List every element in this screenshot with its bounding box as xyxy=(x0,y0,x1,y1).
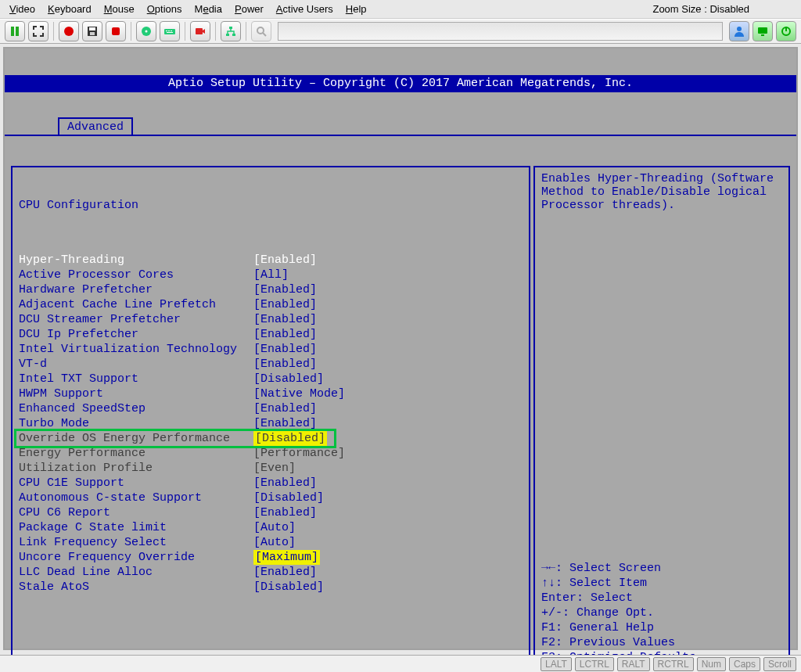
bios-row[interactable]: LLC Dead Line Alloc[Enabled] xyxy=(19,565,523,580)
bios-help-text: Enables Hyper-Threading (Software Method… xyxy=(541,172,782,212)
bios-right-panel: Enables Hyper-Threading (Software Method… xyxy=(533,166,790,672)
bios-row-value: [Disabled] xyxy=(253,372,523,386)
svg-rect-5 xyxy=(90,32,95,35)
menu-mouse[interactable]: Mouse xyxy=(99,2,139,16)
bios-row-label: CPU C6 Report xyxy=(19,505,253,520)
key-help-line: +/-: Change Opt. xyxy=(541,606,782,620)
search-input[interactable] xyxy=(278,22,723,41)
tab-advanced[interactable]: Advanced xyxy=(58,117,133,135)
svg-rect-15 xyxy=(229,27,232,29)
key-help-line: ↑↓: Select Item xyxy=(541,576,782,591)
bios-row[interactable]: CPU C1E Support[Enabled] xyxy=(19,476,523,491)
stop-icon[interactable] xyxy=(106,21,126,41)
panel-heading: CPU Configuration xyxy=(19,199,523,212)
bios-row[interactable]: DCU Ip Prefetcher[Enabled] xyxy=(19,327,523,342)
bios-row[interactable]: HWPM Support[Native Mode] xyxy=(19,386,523,401)
menu-help[interactable]: Help xyxy=(341,2,372,16)
svg-rect-12 xyxy=(171,31,172,31)
bios-row-value: [Enabled] xyxy=(253,253,523,268)
bios-row[interactable]: VT-d[Enabled] xyxy=(19,357,523,372)
bios-row[interactable]: Intel Virtualization Technology[Enabled] xyxy=(19,342,523,357)
svg-rect-10 xyxy=(166,31,167,31)
status-chip: LCTRL xyxy=(575,657,614,671)
bios-row-value: [Enabled] xyxy=(253,505,523,520)
bios-row-label: Autonomous C-state Support xyxy=(19,491,253,505)
record-icon[interactable] xyxy=(59,21,79,41)
bios-row[interactable]: DCU Streamer Prefetcher[Enabled] xyxy=(19,312,523,327)
bios-row[interactable]: Override OS Energy Performance[Disabled]… xyxy=(19,431,523,446)
bios-row-value: [Enabled] xyxy=(253,357,523,372)
bios-row[interactable]: Energy Performance[Performance] xyxy=(19,446,523,461)
bios-frame: Aptio Setup Utility – Copyright (C) 2017… xyxy=(3,47,798,650)
save-icon[interactable] xyxy=(82,21,102,41)
status-chip: RCTRL xyxy=(653,657,694,671)
bios-row[interactable]: Package C State limit[Auto] xyxy=(19,520,523,535)
bios-row-label: Intel TXT Support xyxy=(19,372,253,386)
menu-active-users[interactable]: Active Users xyxy=(271,2,338,16)
bios-row[interactable]: Intel TXT Support[Disabled] xyxy=(19,372,523,386)
bios-row-label: HWPM Support xyxy=(19,386,253,401)
bios-row-label: Intel Virtualization Technology xyxy=(19,342,253,357)
bios-row[interactable]: Enhanced SpeedStep[Enabled] xyxy=(19,401,523,416)
bios-row[interactable]: Autonomous C-state Support[Disabled] xyxy=(19,491,523,505)
menubar: Video Keyboard Mouse Options Media Power… xyxy=(0,0,801,19)
bios-row-value: [Disabled] xyxy=(253,491,523,505)
bios-row[interactable]: Utilization Profile[Even] xyxy=(19,461,523,476)
key-help-line: Enter: Select xyxy=(541,591,782,606)
bios-row-label: Stale AtoS xyxy=(19,580,253,595)
bios-row-value: [Enabled] xyxy=(253,327,523,342)
power-icon[interactable] xyxy=(776,21,796,41)
status-chip: RALT xyxy=(617,657,650,671)
bios-row[interactable]: Turbo Mode[Enabled] xyxy=(19,416,523,431)
search-icon[interactable] xyxy=(251,21,271,41)
monitor-icon[interactable] xyxy=(753,21,773,41)
menu-video[interactable]: Video xyxy=(5,2,40,16)
bios-row[interactable]: Hyper-Threading[Enabled] xyxy=(19,253,523,268)
bios-row[interactable]: Active Processor Cores[All] xyxy=(19,268,523,282)
bios-row-value: [Auto] xyxy=(253,520,523,535)
bios-row-label: LLC Dead Line Alloc xyxy=(19,565,253,580)
lan-icon[interactable] xyxy=(221,21,241,41)
bios-row[interactable]: CPU C6 Report[Enabled] xyxy=(19,505,523,520)
bios-row[interactable]: Stale AtoS[Disabled] xyxy=(19,580,523,595)
bios-row-value: [Enabled] xyxy=(253,312,523,327)
key-help-line: F2: Previous Values xyxy=(541,635,782,650)
status-chip: Caps xyxy=(729,657,760,671)
camera-icon[interactable] xyxy=(190,21,210,41)
bios-row[interactable]: Uncore Frequency Override[Maximum][Maxim… xyxy=(19,550,523,565)
pause-icon[interactable] xyxy=(5,21,25,41)
highlight-yellow: [Maximum] xyxy=(253,550,320,565)
bios-row-value: [All] xyxy=(253,268,523,282)
bios-row-value: [Enabled] xyxy=(253,565,523,580)
menu-keyboard[interactable]: Keyboard xyxy=(43,2,96,16)
bios-row-label: Energy Performance xyxy=(19,446,253,461)
keyboard-icon[interactable] xyxy=(160,21,180,41)
svg-rect-13 xyxy=(167,32,173,33)
bios-row[interactable]: Adjacent Cache Line Prefetch[Enabled] xyxy=(19,297,523,312)
bios-row[interactable]: Link Frequency Select[Auto] xyxy=(19,535,523,550)
status-chip: LALT xyxy=(541,657,572,671)
bios-row-label: Override OS Energy Performance xyxy=(19,431,253,446)
bios-row-label: Utilization Profile xyxy=(19,461,253,476)
fullscreen-icon[interactable] xyxy=(28,21,48,41)
status-chip: Num xyxy=(697,657,726,671)
svg-rect-21 xyxy=(761,34,764,36)
svg-rect-4 xyxy=(89,27,95,31)
menu-media[interactable]: Media xyxy=(190,2,227,16)
key-help-line: →←: Select Screen xyxy=(541,561,782,576)
user-icon[interactable] xyxy=(729,21,749,41)
bios-row-label: VT-d xyxy=(19,357,253,372)
menu-options[interactable]: Options xyxy=(142,2,187,16)
bios-row-value: [Auto] xyxy=(253,535,523,550)
bios-row-label: DCU Ip Prefetcher xyxy=(19,327,253,342)
toolbar xyxy=(0,19,801,44)
disk-icon[interactable] xyxy=(136,21,156,41)
bios-left-panel[interactable]: CPU Configuration Hyper-Threading[Enable… xyxy=(11,166,530,672)
svg-rect-16 xyxy=(226,34,229,36)
svg-rect-17 xyxy=(232,34,235,36)
menu-power[interactable]: Power xyxy=(230,2,268,16)
bios-title: Aptio Setup Utility – Copyright (C) 2017… xyxy=(5,75,796,92)
bios-row-value: [Enabled] xyxy=(253,476,523,491)
bios-row[interactable]: Hardware Prefetcher[Enabled] xyxy=(19,282,523,297)
bios-row-label: Package C State limit xyxy=(19,520,253,535)
